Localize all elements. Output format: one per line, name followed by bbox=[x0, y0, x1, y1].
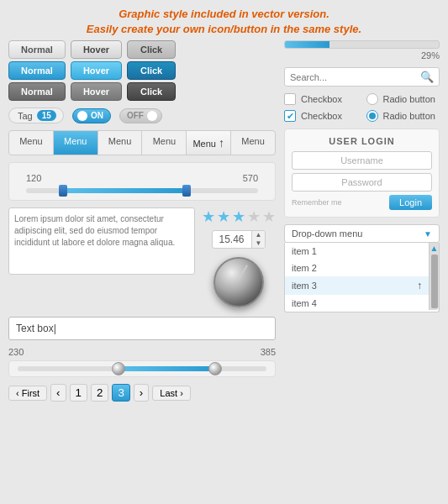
dropdown-items: item 1 item 2 item 3 ↑ item 4 bbox=[285, 243, 429, 312]
menu-bar: Menu Menu Menu Menu Menu ↑ Menu bbox=[8, 130, 276, 155]
radio-checked-2[interactable] bbox=[366, 110, 378, 122]
numeric-up[interactable]: ▲ bbox=[252, 231, 266, 239]
radio-dot-2 bbox=[369, 113, 376, 119]
radio-label-1: Radio button bbox=[383, 94, 435, 104]
login-box: USER LOGIN Username Password Remember me… bbox=[284, 129, 440, 218]
star-2[interactable]: ★ bbox=[217, 207, 230, 226]
button-rows: Normal Hover Click Normal Hover Click No… bbox=[8, 40, 276, 101]
password-field[interactable]: Password bbox=[292, 173, 432, 192]
search-container[interactable]: 🔍 bbox=[284, 67, 440, 87]
numeric-arrows: ▲ ▼ bbox=[252, 231, 266, 248]
btn-dark-click[interactable]: Click bbox=[127, 82, 176, 101]
dropdown-header[interactable]: Drop-down menu ▼ bbox=[284, 224, 440, 243]
knob[interactable] bbox=[213, 257, 264, 307]
dropdown-item-4[interactable]: item 4 bbox=[285, 295, 429, 312]
progress-fill bbox=[285, 41, 329, 48]
pagination: ‹ First ‹ 1 2 3 › Last › bbox=[8, 384, 276, 402]
toggle-off[interactable]: OFF bbox=[119, 108, 162, 123]
textbox-input[interactable] bbox=[8, 317, 276, 340]
login-title: USER LOGIN bbox=[292, 136, 432, 146]
page-3[interactable]: 3 bbox=[112, 384, 129, 402]
btn-blue-click[interactable]: Click bbox=[127, 61, 176, 80]
slider-track[interactable] bbox=[26, 188, 258, 193]
toggle-on-label: ON bbox=[91, 111, 103, 120]
menu-item-5[interactable]: Menu bbox=[231, 131, 275, 155]
dropdown-item-1[interactable]: item 1 bbox=[285, 243, 429, 260]
radio-item-1[interactable]: Radio button bbox=[366, 93, 440, 105]
btn-hover-1[interactable]: Hover bbox=[71, 40, 122, 59]
star-3[interactable]: ★ bbox=[232, 207, 245, 226]
username-field[interactable]: Username bbox=[292, 151, 432, 170]
header-line2: Easily create your own icon/button in th… bbox=[8, 22, 440, 37]
toggle-on[interactable]: ON bbox=[72, 108, 111, 123]
lower-left: Lorem ipsum dolor sit amet, consectetur … bbox=[8, 207, 276, 312]
knob-container bbox=[209, 253, 268, 312]
checkbox-column: Checkbox ✔ Checkbox bbox=[284, 93, 358, 122]
dropdown-list: item 1 item 2 item 3 ↑ item 4 ▲ bbox=[284, 243, 440, 312]
toggle-off-label: OFF bbox=[127, 111, 144, 120]
menu-item-0[interactable]: Menu bbox=[9, 131, 54, 155]
bottom-thumb-left[interactable] bbox=[112, 362, 125, 375]
bottom-slider-fill bbox=[117, 366, 216, 371]
checkbox-checked-2[interactable]: ✔ bbox=[284, 110, 296, 122]
textbox-row bbox=[8, 317, 276, 340]
star-4[interactable]: ★ bbox=[247, 207, 261, 226]
slider-value-left: 120 bbox=[26, 173, 41, 183]
btn-dark-hover[interactable]: Hover bbox=[71, 82, 122, 101]
btn-blue-normal[interactable]: Normal bbox=[8, 61, 66, 80]
button-row-3: Normal Hover Click bbox=[8, 82, 276, 101]
menu-item-4[interactable]: Menu ↑ bbox=[187, 131, 231, 155]
first-button[interactable]: ‹ First bbox=[8, 386, 47, 401]
btn-click-1[interactable]: Click bbox=[127, 40, 176, 59]
dropdown-item-3[interactable]: item 3 ↑ bbox=[285, 276, 429, 295]
dropdown-arrow-icon: ▼ bbox=[424, 229, 432, 239]
page-1[interactable]: 1 bbox=[70, 384, 87, 402]
btn-normal-1[interactable]: Normal bbox=[8, 40, 66, 59]
checkbox-label-1: Checkbox bbox=[301, 94, 342, 104]
dropdown-container: Drop-down menu ▼ item 1 item 2 item 3 ↑ … bbox=[284, 224, 440, 312]
check-radio-section: Checkbox ✔ Checkbox Radio button Radio b… bbox=[284, 93, 440, 122]
star-5[interactable]: ★ bbox=[262, 207, 276, 226]
prev-button[interactable]: ‹ bbox=[50, 384, 66, 402]
page-2[interactable]: 2 bbox=[91, 384, 108, 402]
btn-blue-hover[interactable]: Hover bbox=[71, 61, 122, 80]
scroll-up-icon[interactable]: ▲ bbox=[430, 244, 439, 253]
next-button[interactable]: › bbox=[134, 384, 149, 402]
star-1[interactable]: ★ bbox=[202, 207, 215, 226]
checkbox-item-2[interactable]: ✔ Checkbox bbox=[284, 110, 358, 122]
stars-numeric: ★ ★ ★ ★ ★ 15.46 ▲ ▼ bbox=[202, 207, 276, 312]
radio-item-2[interactable]: Radio button bbox=[366, 110, 440, 122]
radio-label-2: Radio button bbox=[383, 111, 435, 121]
checkbox-unchecked-1[interactable] bbox=[284, 93, 296, 105]
login-button[interactable]: Login bbox=[389, 195, 432, 210]
progress-bar-container: 29% bbox=[284, 40, 440, 60]
slider-labels: 120 570 bbox=[18, 173, 266, 183]
menu-item-3[interactable]: Menu bbox=[142, 131, 187, 155]
numeric-value: 15.46 bbox=[213, 231, 252, 248]
progress-track bbox=[284, 40, 440, 49]
textarea-box: Lorem ipsum dolor sit amet, consectetur … bbox=[8, 207, 195, 275]
radio-column: Radio button Radio button bbox=[366, 93, 440, 122]
remember-me[interactable]: Remember me bbox=[292, 198, 342, 207]
radio-unchecked-1[interactable] bbox=[366, 93, 378, 105]
tag-container: Tag 15 bbox=[8, 108, 64, 123]
search-icon: 🔍 bbox=[420, 71, 434, 83]
numeric-down[interactable]: ▼ bbox=[252, 239, 266, 248]
scrollbar[interactable]: ▲ bbox=[429, 243, 439, 310]
bottom-slider-track[interactable] bbox=[18, 366, 266, 371]
menu-item-1[interactable]: Menu bbox=[54, 131, 98, 155]
last-button[interactable]: Last › bbox=[152, 386, 191, 401]
btn-dark-normal[interactable]: Normal bbox=[8, 82, 66, 101]
bottom-slider-label-left: 230 bbox=[8, 347, 24, 357]
button-row-1: Normal Hover Click bbox=[8, 40, 276, 59]
search-input[interactable] bbox=[290, 72, 420, 82]
slider-thumb-left[interactable] bbox=[59, 185, 67, 197]
tag-label: Tag bbox=[18, 111, 33, 121]
menu-item-2[interactable]: Menu bbox=[98, 131, 143, 155]
scroll-thumb[interactable] bbox=[431, 255, 438, 308]
progress-label: 29% bbox=[284, 50, 440, 60]
checkbox-item-1[interactable]: Checkbox bbox=[284, 93, 358, 105]
dropdown-item-2[interactable]: item 2 bbox=[285, 260, 429, 276]
bottom-thumb-right[interactable] bbox=[208, 362, 222, 375]
slider-thumb-right[interactable] bbox=[182, 185, 191, 197]
